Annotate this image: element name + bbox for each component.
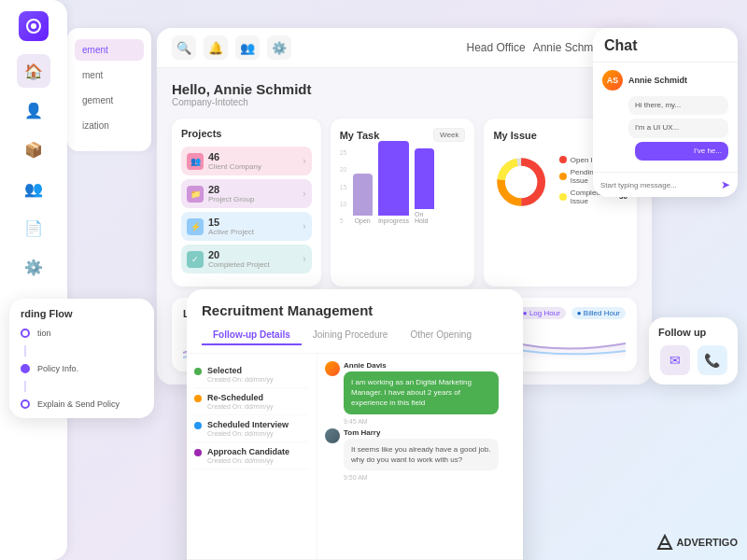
rec-info-rescheduled: Re-Scheduled Created On: dd/mm/yy	[207, 393, 309, 410]
chat-body: AS Annie Schmidt Hi there, my... I'm a U…	[593, 63, 738, 172]
rec-tab-joining[interactable]: Joining Procedure	[302, 326, 400, 345]
task-card: My Task Week 252015105 Open In	[331, 119, 475, 287]
rec-item-interview[interactable]: Scheduled Interview Created On: dd/mm/yy	[194, 415, 309, 442]
rec-dot-interview	[194, 422, 202, 429]
rec-chat-row-2: Tom Harry It seems like you already have…	[325, 428, 515, 481]
project-details-client: 46 Client Company	[208, 151, 303, 171]
project-arrow-active: ›	[303, 221, 305, 231]
legend-dot-pending	[559, 173, 567, 180]
project-details-active: 15 Active Project	[208, 217, 303, 236]
rec-tab-opening[interactable]: Other Opening	[399, 326, 483, 345]
project-item-group[interactable]: 📁 28 Project Group ›	[181, 179, 312, 208]
chat-input[interactable]	[600, 181, 717, 189]
flow-item-2: Policy Info.	[21, 364, 143, 373]
project-item-client[interactable]: 👥 46 Client Company ›	[181, 147, 312, 175]
bar-open-label: Open	[355, 217, 371, 224]
onboarding-title: rding Flow	[21, 308, 143, 319]
rec-tab-followup[interactable]: Follow-up Details	[202, 326, 302, 345]
chat-username: Annie Schmidt	[628, 76, 687, 85]
task-y-axis: 252015105	[340, 149, 347, 224]
rec-dot-selected	[194, 368, 202, 375]
left-nav-item-1[interactable]: ement	[75, 39, 144, 61]
company-text: Company-Intotech	[172, 97, 637, 107]
followup-phone-button[interactable]: 📞	[698, 345, 727, 375]
left-nav-item-2[interactable]: ment	[75, 64, 144, 86]
recruitment-title: Recruitment Management	[202, 302, 508, 318]
rec-item-approach[interactable]: Approach Candidate Created On: dd/mm/yy	[194, 442, 309, 469]
rec-item-rescheduled[interactable]: Re-Scheduled Created On: dd/mm/yy	[194, 388, 309, 415]
sidebar-item-home[interactable]: 🏠	[17, 54, 50, 88]
flow-item-1: tion	[21, 329, 143, 338]
chat-input-row[interactable]: ➤	[593, 172, 738, 197]
project-icon-completed: ✓	[187, 251, 204, 268]
rec-chat-content-2: Tom Harry It seems like you already have…	[344, 428, 515, 481]
rec-info-selected: Selected Created On: dd/mm/yy	[207, 366, 309, 383]
onboarding-panel: rding Flow tion Policy Info. Explain & S…	[9, 299, 154, 418]
flow-item-3: Explain & Send Policy	[21, 399, 143, 409]
sidebar-item-settings[interactable]: ⚙️	[17, 250, 50, 284]
notification-icon[interactable]: 🔔	[204, 35, 228, 60]
project-icon-active: ⚡	[187, 218, 204, 235]
chat-bubble-sent: I've he...	[635, 142, 728, 161]
left-nav-item-3[interactable]: gement	[75, 90, 144, 111]
flow-dot-1	[21, 329, 30, 338]
task-title: My Task	[340, 130, 380, 141]
followup-email-button[interactable]: ✉	[660, 345, 690, 375]
svg-marker-6	[658, 536, 671, 549]
rec-dot-rescheduled	[194, 395, 202, 402]
projects-title: Projects	[181, 128, 312, 139]
project-details-group: 28 Project Group	[208, 184, 303, 203]
task-week-badge[interactable]: Week	[433, 128, 465, 142]
bar-onhold-fill	[415, 148, 434, 209]
settings-icon[interactable]: ⚙️	[267, 35, 291, 60]
log-badge-billed: ● Billed Hour	[571, 307, 626, 319]
log-badge-hour: ● Log Hour	[517, 307, 566, 319]
donut-chart	[493, 149, 549, 215]
flow-connector-1	[24, 345, 26, 357]
rec-chat-sender-1: Annie Davis	[344, 361, 515, 370]
chat-bubble-1: Hi there, my...	[628, 96, 728, 115]
rec-chat-time-1: 9:45 AM	[344, 418, 515, 425]
bar-open: Open	[353, 174, 373, 224]
rec-info-interview: Scheduled Interview Created On: dd/mm/yy	[207, 420, 309, 437]
recruitment-tabs: Follow-up Details Joining Procedure Othe…	[202, 326, 508, 345]
chat-title: Chat	[604, 37, 726, 54]
project-arrow-client: ›	[303, 156, 305, 166]
svg-point-1	[31, 23, 36, 29]
send-icon[interactable]: ➤	[721, 178, 730, 191]
head-office-label: Head Office	[466, 41, 525, 54]
left-nav-item-4[interactable]: ization	[75, 115, 144, 136]
greeting-text: Hello, Annie Schmidt	[172, 81, 637, 97]
bar-inprogress: Inprogress	[378, 141, 409, 224]
sidebar-item-team[interactable]: 👥	[17, 172, 50, 205]
rec-chat-avatar-1	[325, 361, 340, 376]
recruitment-body: Selected Created On: dd/mm/yy Re-Schedul…	[187, 354, 523, 559]
followup-title: Follow up	[658, 327, 728, 338]
chat-user-row: AS Annie Schmidt	[602, 70, 728, 91]
recruitment-header: Recruitment Management Follow-up Details…	[187, 289, 523, 354]
log-badges: ● Log Hour ● Billed Hour	[517, 307, 626, 319]
recruitment-panel: Recruitment Management Follow-up Details…	[187, 289, 523, 560]
sidebar-item-docs[interactable]: 📄	[17, 211, 50, 245]
project-item-completed[interactable]: ✓ 20 Completed Project ›	[181, 245, 312, 273]
sidebar-item-package[interactable]: 📦	[17, 133, 50, 166]
rec-item-selected[interactable]: Selected Created On: dd/mm/yy	[194, 361, 309, 388]
sidebar-item-user[interactable]: 👤	[17, 93, 50, 127]
users-icon[interactable]: 👥	[235, 35, 260, 60]
bar-onhold: On Hold	[415, 148, 434, 224]
chat-header: Chat	[593, 28, 738, 63]
followup-panel: Follow up ✉ 📞	[649, 317, 738, 385]
recruitment-chat: Annie Davis I am working as an Digital M…	[317, 354, 523, 559]
rec-chat-sender-2: Tom Harry	[344, 428, 515, 437]
project-item-active[interactable]: ⚡ 15 Active Project ›	[181, 212, 312, 241]
brand-name: ADVERTIGO	[677, 537, 738, 548]
branding: ADVERTIGO	[656, 534, 738, 551]
flow-items: tion Policy Info. Explain & Send Policy	[21, 329, 143, 409]
flow-dot-2	[21, 364, 30, 373]
project-arrow-group: ›	[303, 189, 305, 199]
flow-text-3: Explain & Send Policy	[37, 399, 120, 409]
sidebar-logo	[19, 11, 49, 41]
search-icon[interactable]: 🔍	[172, 35, 196, 60]
project-icon-client: 👥	[187, 153, 204, 170]
flow-text-1: tion	[37, 329, 51, 338]
